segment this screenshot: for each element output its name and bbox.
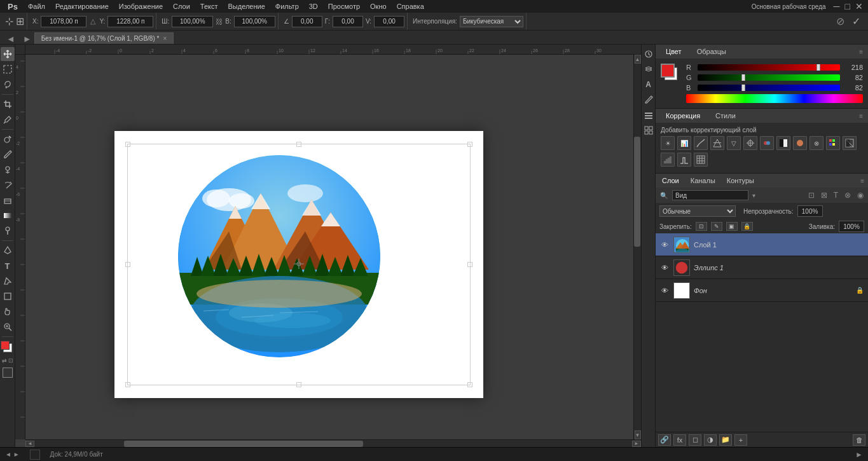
menu-edit[interactable]: Редактирование <box>50 0 114 13</box>
tab-arrow-right[interactable]: ► <box>20 34 34 44</box>
fg-color-box[interactable] <box>661 64 675 78</box>
h-input[interactable] <box>234 16 275 27</box>
link-proportions-icon[interactable]: ⛓ <box>216 18 223 25</box>
layer-icon[interactable] <box>642 62 656 76</box>
blend-mode-select[interactable]: Обычные <box>659 205 736 217</box>
confirm-transform-icon[interactable]: ✓ <box>850 15 863 27</box>
menu-window[interactable]: Окно <box>365 0 392 13</box>
eraser-tool[interactable] <box>1 193 15 207</box>
menu-help[interactable]: Справка <box>392 0 429 13</box>
layer-mask-btn[interactable]: ◻ <box>689 434 701 446</box>
layer-visibility-toggle-1[interactable]: 👁 <box>659 240 670 250</box>
swap-colors-icon[interactable]: ⇄ <box>2 357 7 364</box>
layer-item-background[interactable]: 👁 Фон 🔒 <box>656 279 868 302</box>
layers-tab[interactable]: Слои <box>659 175 682 186</box>
y-input[interactable] <box>107 16 153 27</box>
lock-position-btn[interactable]: ✎ <box>711 222 722 231</box>
correction-panel-collapse[interactable]: ≡ <box>859 113 863 120</box>
x-input[interactable] <box>41 16 86 27</box>
transform-handle-tm[interactable] <box>296 142 301 147</box>
layer-adjustment-btn[interactable]: ◑ <box>704 434 717 446</box>
default-colors-icon[interactable]: ⊡ <box>8 357 13 364</box>
quick-mask-btn[interactable] <box>3 368 13 378</box>
brush-panel-icon[interactable] <box>642 93 656 107</box>
move-tool[interactable] <box>1 47 15 61</box>
transform-handle-bl[interactable] <box>125 382 130 387</box>
layer-fx-btn[interactable]: fx <box>673 434 686 446</box>
layers-search-input[interactable] <box>672 190 748 200</box>
document-tab[interactable]: Без имени-1 @ 16,7% (Слой 1, RGB/8) * × <box>34 32 174 44</box>
layer-visibility-toggle-2[interactable]: 👁 <box>659 263 670 273</box>
layers-filter-type-icon[interactable]: ▾ <box>751 192 757 199</box>
menu-file[interactable]: Файл <box>23 0 50 13</box>
history-icon[interactable] <box>642 47 656 61</box>
lasso-tool[interactable] <box>1 78 15 92</box>
statusbar-icon[interactable] <box>30 450 40 460</box>
scroll-thumb-h[interactable] <box>124 441 363 447</box>
photo-filter-icon[interactable] <box>793 136 807 150</box>
layers-filter-icon3[interactable]: T <box>832 191 840 200</box>
workspace-selector[interactable]: Основная рабочая среда <box>747 3 831 10</box>
options-panel-icon[interactable] <box>642 108 656 122</box>
w-input[interactable] <box>172 16 213 27</box>
color-tab[interactable]: Цвет <box>661 46 687 57</box>
scroll-left-btn[interactable]: ◄ <box>25 441 34 447</box>
interp-select[interactable]: Бикубическая <box>460 16 523 27</box>
horizontal-scrollbar[interactable]: ◄ ► <box>25 439 641 447</box>
exposure-correction-icon[interactable] <box>710 136 724 150</box>
transform-mode-icon[interactable]: ⊹ <box>5 15 13 27</box>
menu-layers[interactable]: Слои <box>168 0 195 13</box>
bw-correction-icon[interactable] <box>776 136 790 150</box>
transform-handle-bm[interactable] <box>296 382 301 387</box>
styles-tab[interactable]: Стили <box>710 111 741 121</box>
menu-filter[interactable]: Фильтр <box>270 0 304 13</box>
grid-panel-icon[interactable] <box>642 123 656 137</box>
pen-tool[interactable] <box>1 244 15 258</box>
swatches-tab[interactable]: Образцы <box>692 46 731 57</box>
transform-handle-ml[interactable] <box>125 262 130 267</box>
layer-item-ellipse1[interactable]: 👁 Эллипс 1 <box>656 256 868 279</box>
color-spectrum[interactable] <box>686 94 863 103</box>
transform-handle-tl[interactable] <box>125 142 130 147</box>
menu-view[interactable]: Просмотр <box>323 0 365 13</box>
rectangle-tool[interactable] <box>1 289 15 303</box>
red-slider-handle[interactable] <box>816 64 820 71</box>
scroll-up-btn[interactable]: ▲ <box>635 55 641 64</box>
hand-tool[interactable] <box>1 305 15 319</box>
document-canvas[interactable] <box>25 55 633 439</box>
cancel-transform-icon[interactable]: ⊘ <box>834 15 847 27</box>
layers-filter-toggle[interactable]: ◉ <box>855 191 865 200</box>
menu-image[interactable]: Изображение <box>114 0 168 13</box>
brush-tool[interactable] <box>1 148 15 162</box>
transform-handle-tr[interactable] <box>467 142 472 147</box>
layer-visibility-toggle-3[interactable]: 👁 <box>659 286 670 296</box>
path-select-tool[interactable] <box>1 274 15 288</box>
color-balance-correction-icon[interactable] <box>760 136 774 150</box>
green-slider-track[interactable] <box>698 74 840 81</box>
scroll-right-btn[interactable]: ► <box>632 441 641 447</box>
maximize-btn[interactable]: □ <box>843 1 853 11</box>
invert-correction-icon[interactable] <box>843 136 857 150</box>
transform-handle-mr[interactable] <box>467 262 472 267</box>
levels-correction-icon[interactable]: 📊 <box>677 136 691 150</box>
posterize-correction-icon[interactable] <box>661 153 675 167</box>
zoom-tool[interactable] <box>1 320 15 334</box>
tab-close-btn[interactable]: × <box>163 35 167 42</box>
scroll-down-btn[interactable]: ▼ <box>635 430 641 439</box>
correction-tab[interactable]: Коррекция <box>661 111 705 121</box>
scroll-thumb-v[interactable] <box>634 137 640 247</box>
menu-3d[interactable]: 3D <box>304 0 323 13</box>
angle-input[interactable] <box>292 16 322 27</box>
clone-stamp-tool[interactable] <box>1 163 15 177</box>
color-panel-collapse[interactable]: ≡ <box>859 48 863 55</box>
layers-filter-icon1[interactable]: ⊡ <box>806 191 816 200</box>
blue-slider-track[interactable] <box>698 85 840 91</box>
threshold-correction-icon[interactable] <box>677 153 691 167</box>
fill-input[interactable] <box>839 221 864 232</box>
close-btn[interactable]: ✕ <box>853 1 865 11</box>
color-lookup-icon[interactable] <box>826 136 840 150</box>
layer-link-btn[interactable]: 🔗 <box>658 434 671 446</box>
curves-correction-icon[interactable] <box>694 136 708 150</box>
red-slider-track[interactable] <box>698 64 840 71</box>
statusbar-right-arrow[interactable]: ► <box>855 450 863 459</box>
